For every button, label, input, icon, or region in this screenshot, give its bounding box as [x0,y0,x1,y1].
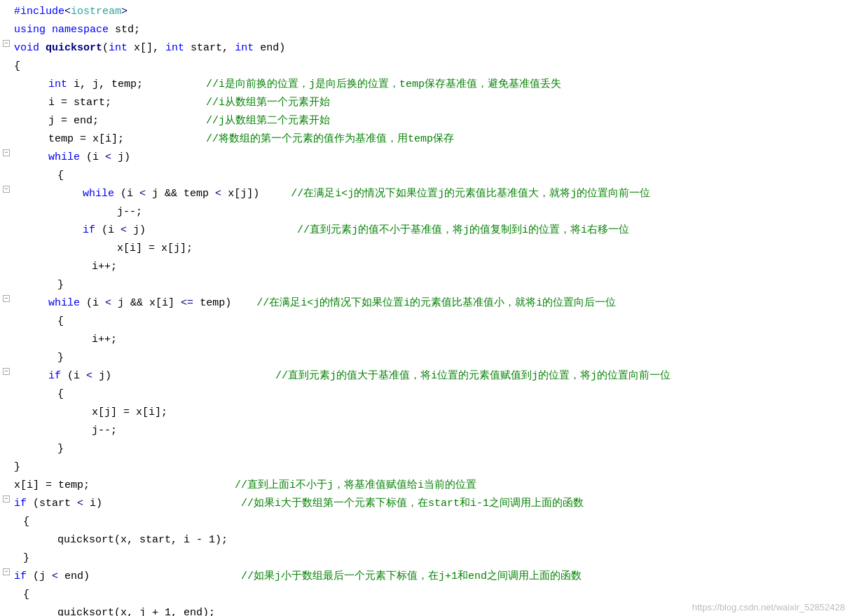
code-container: #include<iostream>using namespace std;−v… [0,0,859,616]
fold-button[interactable]: − [3,186,10,193]
line-content: j = end; //j从数组第二个元素开始 [22,113,859,130]
fold-gutter[interactable]: − [0,495,13,502]
line-content: } [22,550,859,567]
line-content: { [22,514,859,531]
code-line: −if (start < i) //如果i大于数组第一个元素下标值，在start… [0,495,859,513]
fold-gutter[interactable]: − [0,295,13,302]
fold-gutter[interactable]: − [0,186,13,193]
line-content: i = start; //i从数组第一个元素开始 [22,95,859,111]
line-content: j--; [40,423,859,439]
line-content: quicksort(x, start, i - 1); [31,532,859,549]
line-content: i++; [40,331,859,348]
code-line: } [0,549,859,568]
fold-gutter[interactable]: − [0,368,13,375]
fold-button[interactable]: − [3,368,10,375]
code-line: if (i < j) //直到元素j的值不小于基准值，将j的值复制到i的位置，将… [0,221,859,240]
code-line: i++; [0,331,859,349]
line-content: x[i] = temp; //直到上面i不小于j，将基准值赋值给i当前的位置 [13,477,859,494]
line-content: { [31,313,859,330]
line-content: x[i] = x[j]; [40,240,859,257]
code-line: − while (i < j) [0,149,859,167]
line-content: { [31,386,859,403]
line-content: temp = x[i]; //将数组的第一个元素的值作为基准值，用temp保存 [22,131,859,148]
code-line: { [0,513,859,531]
watermark: https://blog.csdn.net/waixir_52852428 [692,601,845,615]
line-content: if (start < i) //如果i大于数组第一个元素下标值，在start和… [13,495,859,512]
code-line: } [0,440,859,458]
fold-gutter[interactable]: − [0,40,13,47]
code-line: −if (j < end) //如果j小于数组最后一个元素下标值，在j+1和en… [0,568,859,586]
line-content: x[j] = x[i]; [40,404,859,421]
fold-button[interactable]: − [3,40,10,47]
code-line: j--; [0,203,859,221]
code-line: − while (i < j && x[i] <= temp) //在满足i<j… [0,294,859,313]
line-content: } [13,459,859,476]
code-line: x[i] = x[j]; [0,240,859,258]
code-line: x[i] = temp; //直到上面i不小于j，将基准值赋值给i当前的位置 [0,477,859,495]
line-content: { [13,58,859,75]
code-line: i = start; //i从数组第一个元素开始 [0,94,859,112]
line-content: j--; [40,204,859,221]
code-line: − while (i < j && temp < x[j]) //在满足i<j的… [0,185,859,203]
line-content: if (i < j) //直到元素j的值大于基准值，将i位置的元素值赋值到j的位… [22,368,859,385]
code-line: #include<iostream> [0,3,859,21]
fold-button[interactable]: − [3,568,10,575]
code-line: − if (i < j) //直到元素j的值大于基准值，将i位置的元素值赋值到j… [0,367,859,385]
fold-gutter[interactable]: − [0,149,13,156]
code-line: −void quicksort(int x[], int start, int … [0,39,859,57]
line-content: void quicksort(int x[], int start, int e… [13,40,859,57]
code-line: { [0,313,859,331]
code-line: } [0,276,859,294]
line-content: } [31,350,859,367]
code-line: using namespace std; [0,21,859,39]
line-content: i++; [40,259,859,275]
code-line: } [0,458,859,477]
code-line: j = end; //j从数组第二个元素开始 [0,112,859,130]
code-line: int i, j, temp; //i是向前换的位置，j是向后换的位置，temp… [0,76,859,94]
line-content: } [31,277,859,294]
fold-button[interactable]: − [3,495,10,502]
code-line: temp = x[i]; //将数组的第一个元素的值作为基准值，用temp保存 [0,130,859,149]
code-line: j--; [0,422,859,440]
code-line: quicksort(x, start, i - 1); [0,531,859,549]
line-content: using namespace std; [13,22,859,39]
line-content: if (i < j) //直到元素j的值不小于基准值，将j的值复制到i的位置，将… [31,222,859,239]
code-line: } [0,349,859,367]
line-content: } [31,441,859,458]
code-line: { [0,385,859,404]
code-line: x[j] = x[i]; [0,404,859,422]
fold-button[interactable]: − [3,295,10,302]
code-line: { [0,167,859,185]
fold-button[interactable]: − [3,149,10,156]
line-content: { [31,167,859,184]
fold-gutter[interactable]: − [0,568,13,575]
line-content: int i, j, temp; //i是向前换的位置，j是向后换的位置，temp… [22,76,859,93]
line-content: while (i < j && temp < x[j]) //在满足i<j的情况… [31,186,859,203]
line-content: while (i < j) [22,149,859,166]
line-content: if (j < end) //如果j小于数组最后一个元素下标值，在j+1和end… [13,568,859,585]
code-line: { [0,57,859,76]
code-line: i++; [0,258,859,276]
line-content: while (i < j && x[i] <= temp) //在满足i<j的情… [22,295,859,312]
line-content: #include<iostream> [13,4,859,20]
